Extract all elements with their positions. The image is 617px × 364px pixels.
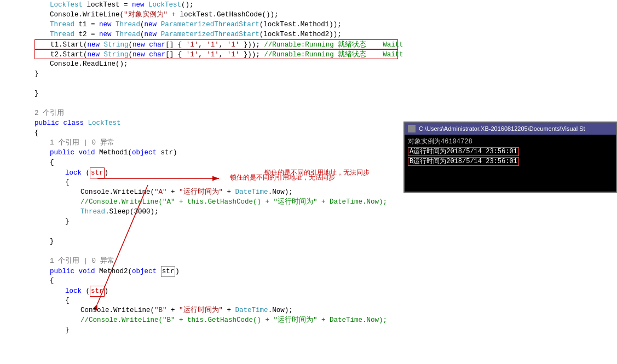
console-body: 对象实例为46104728 A运行时间为2018/5/14 23:56:01 B… (405, 135, 616, 169)
code-line: } (34, 325, 398, 335)
code-line: Console.ReadLine(); (34, 59, 398, 69)
code-editor: LockTest lockTest = new LockTest(); Cons… (0, 0, 402, 364)
code-line: } (34, 69, 398, 79)
code-line-method1: public void Method1(object str) (34, 148, 398, 158)
code-line-ref1: 1 个引用 | 0 异常 (34, 138, 398, 148)
code-line-lock2: lock (str) (34, 286, 398, 296)
code-line: //Console.WriteLine("A" + this.GetHashCo… (34, 197, 398, 207)
code-line (34, 79, 398, 89)
console-line-2-text: A运行时间为2018/5/14 23:56:01 (408, 147, 519, 156)
console-line-2: A运行时间为2018/5/14 23:56:01 (408, 147, 613, 157)
code-line: Console.WriteLine("B" + "运行时间为" + DateTi… (34, 305, 398, 315)
code-line: //Console.WriteLine("B" + this.GetHashCo… (34, 315, 398, 325)
code-line: } (34, 89, 398, 99)
annotation-text: 锁住的是不同的引用地址，无法同步 (264, 167, 370, 177)
code-line-t1-start: t1.Start(new String(new char[] { '1', '1… (34, 39, 398, 49)
code-line-method2: public void Method2(object str) (34, 266, 398, 276)
console-line-3-text: B运行时间为2018/5/14 23:56:01 (408, 157, 519, 166)
code-line-t2-start: t2.Start(new String(new char[] { '1', '1… (34, 49, 398, 59)
code-line: { (34, 158, 398, 167)
code-line (34, 99, 398, 108)
console-icon (408, 125, 416, 132)
console-line-1: 对象实例为46104728 (408, 137, 613, 147)
code-line: Console.WriteLine("A" + "运行时间为" + DateTi… (34, 187, 398, 197)
code-line-lock1: lock (str) 锁住的是不同的引用地址，无法同步 (34, 167, 398, 177)
code-line (34, 227, 398, 236)
code-line: { (34, 276, 398, 286)
console-window: C:\Users\Administrator.XB-20160812205\Do… (403, 122, 617, 193)
code-line: { (34, 128, 398, 138)
code-line-ref1b: 1 个引用 | 0 异常 (34, 256, 398, 266)
console-titlebar: C:\Users\Administrator.XB-20160812205\Do… (405, 123, 616, 135)
code-line: { (34, 177, 398, 187)
code-line-class: public class LockTest (34, 118, 398, 128)
code-line (34, 246, 398, 256)
code-line: Thread t2 = new Thread(new Parameterized… (34, 30, 398, 39)
code-line: Console.WriteLine("对象实例为" + lockTest.Get… (34, 10, 398, 20)
code-line-ref2: 2 个引用 (34, 108, 398, 118)
code-line: { (34, 296, 398, 305)
code-line: } (34, 217, 398, 227)
code-line: Thread t1 = new Thread(new Parameterized… (34, 20, 398, 30)
code-line: LockTest lockTest = new LockTest(); (34, 0, 398, 10)
console-title: C:\Users\Administrator.XB-20160812205\Do… (419, 125, 585, 132)
code-lines: LockTest lockTest = new LockTest(); Cons… (30, 0, 402, 335)
code-line: Thread.Sleep(3000); (34, 207, 398, 217)
console-line-3: B运行时间为2018/5/14 23:56:01 (408, 157, 613, 166)
code-line: } (34, 236, 398, 246)
